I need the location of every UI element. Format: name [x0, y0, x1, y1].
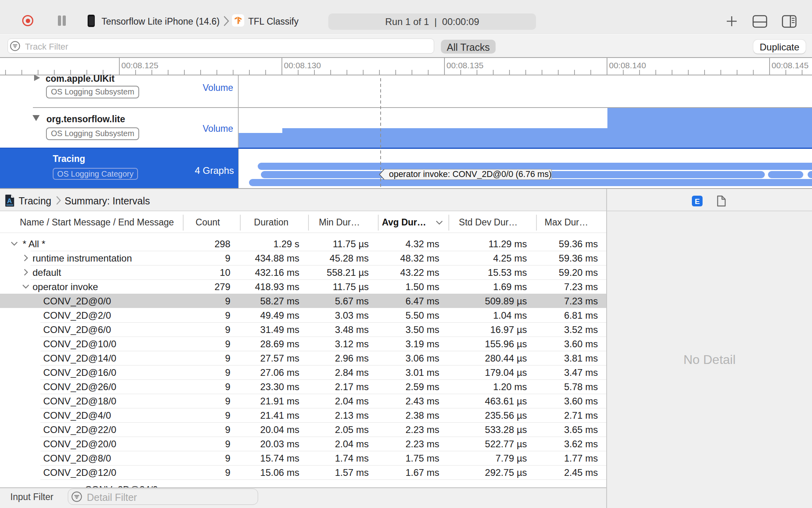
svg-text:A: A — [7, 197, 12, 205]
